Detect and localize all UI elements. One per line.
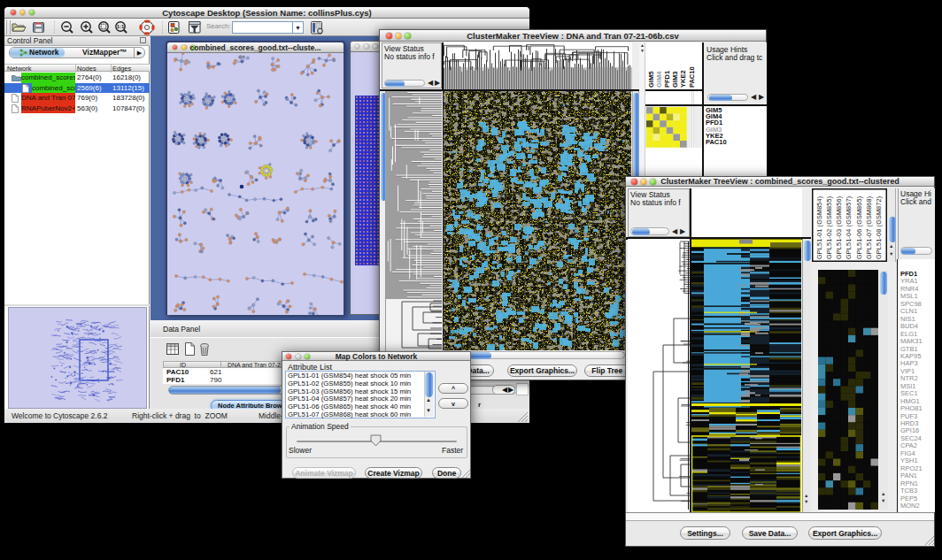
svg-text:1:1: 1:1 (117, 24, 125, 29)
svg-text:GPL51-06 (GSM865): GPL51-06 (GSM865) (855, 196, 863, 259)
svg-text:GIM5: GIM5 (647, 72, 655, 88)
svg-text:GPL51-08 (GSM872): GPL51-08 (GSM872) (875, 196, 883, 259)
svg-text:PFD1: PFD1 (663, 71, 671, 88)
svg-text:YKE2: YKE2 (679, 70, 687, 88)
svg-text:GPL51-02 (GSM855): GPL51-02 (GSM855) (825, 196, 833, 259)
svg-text:GIM3: GIM3 (671, 72, 679, 88)
svg-text:GPL51-07 (GSM868): GPL51-07 (GSM868) (865, 196, 873, 259)
svg-text:GPL51-03 (GSM856): GPL51-03 (GSM856) (835, 196, 843, 259)
svg-text:PAC10: PAC10 (688, 66, 696, 88)
svg-text:GPL51-04 (GSM857): GPL51-04 (GSM857) (845, 196, 853, 259)
svg-text:GIM4: GIM4 (655, 71, 663, 88)
svg-text:GPL51-01 (GSM854): GPL51-01 (GSM854) (815, 196, 823, 259)
